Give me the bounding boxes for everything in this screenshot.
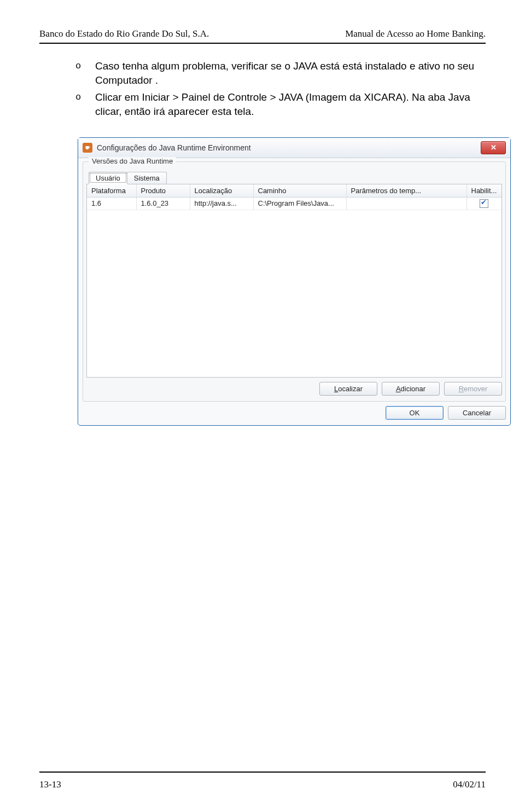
cancelar-button[interactable]: Cancelar: [448, 406, 506, 420]
cell-produto: 1.6.0_23: [136, 197, 190, 210]
header-right: Manual de Acesso ao Home Banking.: [345, 28, 486, 39]
java-cup-icon: [83, 143, 92, 153]
cell-habilit[interactable]: [466, 197, 501, 210]
cell-plataforma: 1.6: [87, 197, 136, 210]
col-localizacao[interactable]: Localização: [190, 184, 253, 198]
tab-usuario[interactable]: Usuário: [89, 172, 127, 184]
header-left: Banco do Estado do Rio Grande Do Sul, S.…: [39, 28, 209, 39]
footer-right: 04/02/11: [453, 779, 486, 790]
col-habilit[interactable]: Habilit...: [466, 184, 501, 198]
close-button[interactable]: ✕: [481, 141, 506, 154]
localizar-button[interactable]: Localizar: [319, 382, 377, 396]
cell-caminho: C:\Program Files\Java...: [253, 197, 346, 210]
col-caminho[interactable]: Caminho: [253, 184, 346, 198]
cell-localizacao: http://java.s...: [190, 197, 253, 210]
remover-button: Remover: [444, 382, 502, 396]
tab-sistema[interactable]: Sistema: [127, 172, 167, 184]
col-produto[interactable]: Produto: [136, 184, 190, 198]
footer-rule: [39, 772, 486, 773]
adicionar-button[interactable]: Adicionar: [382, 382, 440, 396]
jre-table: Plataforma Produto Localização Caminho P…: [86, 184, 502, 378]
runtime-versions-group: Versões do Java Runtime Usuário Sistema …: [83, 161, 506, 402]
table-row[interactable]: 1.6 1.6.0_23 http://java.s... C:\Program…: [87, 197, 501, 210]
col-parametros[interactable]: Parâmetros do temp...: [346, 184, 466, 198]
bullet-2: Clicar em Iniciar > Painel de Controle >…: [75, 90, 483, 118]
enabled-checkbox[interactable]: [480, 199, 488, 208]
footer-left: 13-13: [39, 779, 61, 790]
group-label: Versões do Java Runtime: [89, 157, 176, 165]
java-settings-window: Configurações do Java Runtime Environmen…: [78, 137, 511, 426]
titlebar: Configurações do Java Runtime Environmen…: [78, 138, 510, 158]
bullet-1: Caso tenha algum problema, verificar se …: [75, 59, 483, 87]
window-title: Configurações do Java Runtime Environmen…: [97, 143, 481, 152]
header-rule: [39, 43, 486, 44]
cell-parametros: [346, 197, 466, 210]
ok-button[interactable]: OK: [386, 406, 444, 420]
col-plataforma[interactable]: Plataforma: [87, 184, 136, 198]
